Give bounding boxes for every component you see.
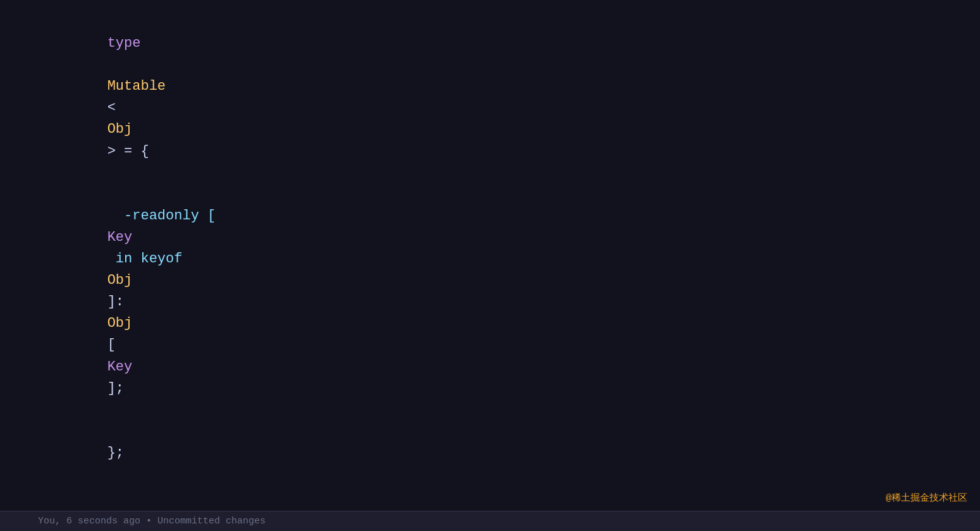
status-bar: You, 6 seconds ago • Uncommitted changes (0, 511, 980, 531)
line-content-2: -readonly [ Key in keyof Obj ]: Obj [ Ke… (9, 184, 980, 421)
code-editor: type Mutable < Obj > = { -readonly [ Key… (0, 0, 980, 531)
type-obj: Obj (107, 121, 133, 137)
obj-ref2: Obj (107, 315, 133, 331)
key-param: Key (107, 229, 133, 245)
code-line-3: }; (0, 421, 980, 485)
code-line-5 (0, 507, 980, 511)
keyword-type: type (107, 35, 141, 51)
status-text: You, 6 seconds ago • Uncommitted changes (38, 514, 266, 528)
line-content-3: }; (9, 421, 980, 485)
watermark: @稀土掘金技术社区 (886, 491, 967, 506)
code-line-1: type Mutable < Obj > = { (0, 11, 980, 184)
obj-ref: Obj (107, 272, 133, 288)
line-content-1: type Mutable < Obj > = { (9, 11, 980, 184)
line-content-4 (9, 485, 980, 507)
code-line-4 (0, 485, 980, 507)
code-line-2: -readonly [ Key in keyof Obj ]: Obj [ Ke… (0, 184, 980, 421)
line-content-5 (9, 507, 980, 511)
minus-readonly: -readonly [ (107, 208, 216, 224)
key-ref: Key (107, 359, 133, 375)
code-area[interactable]: type Mutable < Obj > = { -readonly [ Key… (0, 0, 980, 511)
in-keyof: in keyof (107, 251, 191, 267)
type-mutable: Mutable (107, 78, 166, 94)
